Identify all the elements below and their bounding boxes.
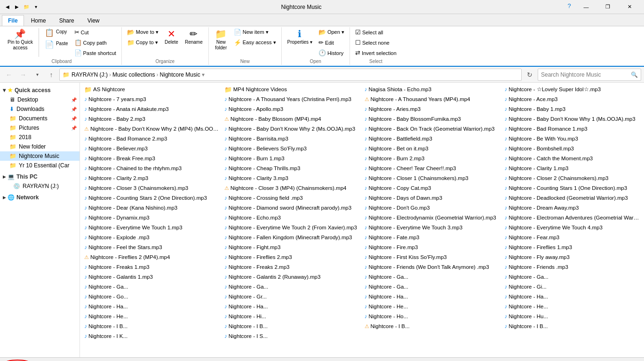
- cut-button[interactable]: ✂ Cut: [72, 27, 119, 37]
- list-item[interactable]: ♪Nightcore - Days of Dawn.mp3: [362, 193, 502, 203]
- list-item[interactable]: ♪Nightcore - Closer 2 (Chainsmokers).mp3: [502, 173, 642, 183]
- list-item[interactable]: ♪Nightcore - Burn 2.mp3: [362, 154, 502, 163]
- properties-button[interactable]: ℹ Properties ▾: [285, 27, 315, 47]
- recent-locations-button[interactable]: ▾: [31, 69, 43, 81]
- help-button[interactable]: ?: [563, 0, 575, 12]
- breadcrumb-root[interactable]: RAYRAYN (J:): [72, 71, 108, 78]
- easy-access-button[interactable]: ⚡ Easy access ▾: [231, 38, 278, 47]
- breadcrumb-music[interactable]: Music collections: [112, 71, 155, 78]
- list-item[interactable]: ♪Nightcore - Barrisita.mp3: [222, 134, 362, 143]
- sidebar-item-2018[interactable]: 📁 2018: [0, 133, 80, 142]
- paste-button[interactable]: 📄 Paste: [42, 39, 71, 50]
- list-item[interactable]: ♪Nightcore - Galantis 2 (Runaway).mp3: [222, 272, 362, 282]
- select-all-button[interactable]: ☑ Select all: [353, 27, 399, 37]
- list-item[interactable]: ♪Nightcore - Echo.mp3: [222, 213, 362, 222]
- list-item[interactable]: ♪Nightcore - I K...: [82, 331, 222, 341]
- list-item[interactable]: ♪Nightcore - Counting Stars 1 (One Direc…: [502, 183, 642, 193]
- list-item[interactable]: ♪Nightcore - Burn 1.mp3: [222, 154, 362, 163]
- list-item[interactable]: ♪Nightcore - Believer.mp3: [82, 144, 222, 153]
- select-none-button[interactable]: ☐ Select none: [353, 38, 399, 47]
- list-item[interactable]: ♪Nightcore - He...: [82, 312, 222, 321]
- list-item[interactable]: ♪Nightcore - Chained to the rhtyhm.mp3: [82, 164, 222, 173]
- delete-button[interactable]: ✕ Delete: [162, 27, 181, 47]
- list-item[interactable]: ♪Nagisa Shiota - Echo.mp3: [362, 85, 502, 94]
- list-item[interactable]: ♪Nightcore - Fireflies 1.mp3: [502, 243, 642, 252]
- list-item[interactable]: ♪Nightcore - Baby Don't Know Why 2 (Ms.O…: [222, 124, 362, 133]
- list-item[interactable]: ♪Nightcore - Clarity 1.mp3: [502, 164, 642, 173]
- list-item[interactable]: ♪Nightcore - Freaks 2.mp3: [222, 262, 362, 272]
- list-item[interactable]: ♪Nightcore - Ha...: [362, 292, 502, 301]
- list-item[interactable]: ♪Nightcore - Battlefield.mp3: [362, 134, 502, 143]
- list-item[interactable]: ♪Nightcore - Ga...: [222, 282, 362, 291]
- list-item[interactable]: ♪Nightcore - Everytime We Touch 4.mp3: [502, 223, 642, 232]
- new-item-button[interactable]: 📄 New item ▾: [231, 27, 278, 37]
- list-item[interactable]: ♪Nightcore - Be With You.mp3: [502, 134, 642, 143]
- list-item[interactable]: 📁MP4 Nightcore Videos: [222, 85, 362, 94]
- list-item[interactable]: ♪Nightcore - Back On Track (Geometrial W…: [362, 124, 502, 133]
- pin-to-quick-access-button[interactable]: 📌 Pin to Quickaccess: [5, 27, 36, 53]
- list-item[interactable]: ♪Nightcore - Cheer! Tear Cheer!!.mp3: [362, 164, 502, 173]
- list-item[interactable]: ♪Nightcore - Bet on it.mp3: [362, 144, 502, 153]
- list-item[interactable]: ♪Nightcore - I B...: [82, 322, 222, 331]
- list-item[interactable]: ♪Nightcore - Crossing field .mp3: [222, 193, 362, 203]
- list-item[interactable]: ♪Nightcore - A Thousand Years (Christina…: [222, 94, 362, 104]
- list-item[interactable]: ♪Nightcore - Friends .mp3: [502, 262, 642, 272]
- list-item[interactable]: ♪Nightcore - First Kiss So'Fly.mp3: [362, 252, 502, 262]
- list-item[interactable]: ♪Nightcore - I B...: [222, 322, 362, 331]
- list-item[interactable]: ♪Nightcore - Apollo.mp3: [222, 104, 362, 114]
- sidebar-item-pictures[interactable]: 📁 Pictures 📌: [0, 123, 80, 133]
- forward-button[interactable]: →: [17, 69, 29, 81]
- sidebar-item-rayrayn[interactable]: 💿 RAYRAYN (J:): [0, 181, 80, 191]
- list-item[interactable]: ♪Nightcore - Ha...: [222, 302, 362, 311]
- tab-view[interactable]: View: [81, 15, 106, 26]
- sidebar-item-nightcore-music[interactable]: 📁 Nightcore Music: [0, 151, 80, 161]
- list-item[interactable]: ♪Nightcore - Diamond sword (Minecraft pa…: [222, 203, 362, 212]
- list-item[interactable]: ♪Nightcore - Cheap Thrills.mp3: [222, 164, 362, 173]
- breadcrumb-current[interactable]: Nightcore Music: [160, 71, 200, 78]
- search-input[interactable]: [541, 71, 629, 78]
- sidebar-item-yr10[interactable]: 📁 Yr 10 Essential (Car: [0, 161, 80, 170]
- list-item[interactable]: ♪Nightcore - Dream Away.mp3: [502, 203, 642, 212]
- list-item[interactable]: ♪Nightcore - Anata ni Aitakute.mp3: [82, 104, 222, 114]
- move-to-button[interactable]: 📂 Move to ▾: [125, 27, 161, 37]
- list-item[interactable]: ♪Nightcore - 7 years.mp3: [82, 94, 222, 104]
- new-folder-button[interactable]: 📁 Newfolder: [212, 27, 231, 53]
- list-item[interactable]: ♪Nightcore - I S...: [222, 331, 362, 341]
- sidebar-item-documents[interactable]: 📁 Documents 📌: [0, 114, 80, 123]
- paste-shortcut-button[interactable]: 📄 Paste shortcut: [72, 48, 119, 58]
- list-item[interactable]: ♪Nightcore - Dynamix.mp3: [82, 213, 222, 222]
- list-item[interactable]: ♪Nightcore - He...: [362, 302, 502, 311]
- sidebar-item-downloads[interactable]: ⬇ Downloads 📌: [0, 104, 80, 114]
- list-item[interactable]: ♪Nightcore - Ha...: [82, 302, 222, 311]
- list-item[interactable]: ♪Nightcore - Fate.mp3: [362, 233, 502, 242]
- list-item[interactable]: ♪Nightcore - Bombshell.mp3: [502, 144, 642, 153]
- refresh-button[interactable]: ↻: [524, 69, 536, 81]
- list-item[interactable]: ♪Nightcore - He...: [502, 302, 642, 311]
- copy-to-button[interactable]: 📁 Copy to ▾: [125, 38, 161, 47]
- list-item[interactable]: ♪Nightcore - Break Free.mp3: [82, 154, 222, 163]
- list-item[interactable]: ♪Nightcore - ☆Lovely Super Idol☆.mp3: [502, 85, 642, 94]
- list-item[interactable]: ♪Nightcore - Baby Don't Know Why 1 (Ms.O…: [502, 114, 642, 124]
- quick-access-header[interactable]: ▾ ★ Quick access: [0, 86, 80, 95]
- rename-button[interactable]: ✏ Rename: [182, 27, 206, 47]
- list-item[interactable]: ♪Nightcore - Ga...: [362, 272, 502, 282]
- list-item[interactable]: ♪Nightcore - Aries.mp3: [362, 104, 502, 114]
- invert-selection-button[interactable]: ⇄ Invert selection: [353, 48, 399, 58]
- this-pc-header[interactable]: ▸ 💻 This PC: [0, 172, 80, 181]
- list-item[interactable]: ♪Nightcore - Hu...: [502, 312, 642, 321]
- list-item[interactable]: ♪Nightcore - Everytime We Touch 2 (From …: [222, 223, 362, 232]
- list-item[interactable]: ♪Nightcore - Closer 3 (Chainsmokers).mp3: [82, 183, 222, 193]
- search-box[interactable]: 🔍: [538, 69, 641, 81]
- list-item[interactable]: ♪Nightcore - Bad Romance 2.mp3: [82, 134, 222, 143]
- list-item[interactable]: ♪Nightcore - Copy Cat.mp3: [362, 183, 502, 193]
- list-item[interactable]: ♪Nightcore - Freaks 1.mp3: [82, 262, 222, 272]
- restore-button[interactable]: ❐: [597, 0, 619, 14]
- down-arrow-icon[interactable]: ▾: [32, 3, 40, 11]
- list-item[interactable]: ♪Nightcore - Baby BlossomFumika.mp3: [362, 114, 502, 124]
- list-item[interactable]: ♪Nightcore - Baby 2.mp3: [82, 114, 222, 124]
- list-item[interactable]: ♪Nightcore - Everytime We Touch 1.mp3: [82, 223, 222, 232]
- tab-file[interactable]: File: [2, 15, 24, 26]
- copy-button[interactable]: 📋 Copy: [42, 27, 71, 39]
- list-item[interactable]: ♪Nightcore - Fallen Kingdom (Minecraft P…: [222, 233, 362, 242]
- close-button[interactable]: ✕: [619, 0, 640, 14]
